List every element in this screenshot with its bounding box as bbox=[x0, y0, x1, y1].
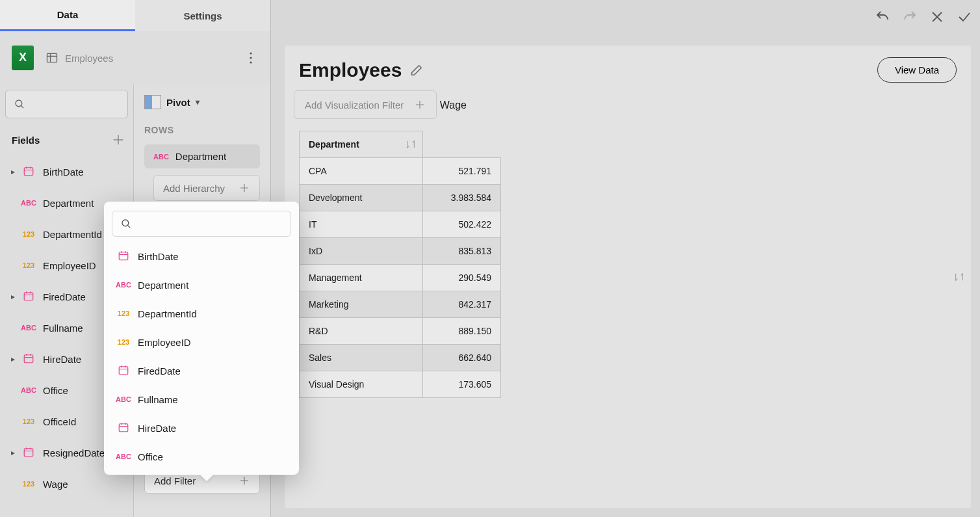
table-row[interactable]: Sales 662.640 bbox=[300, 345, 501, 371]
date-type-icon bbox=[114, 250, 133, 263]
cell-wage: 521.791 bbox=[423, 158, 501, 185]
picker-item-fireddate[interactable]: FiredDate bbox=[104, 356, 299, 385]
cell-wage: 662.640 bbox=[423, 345, 501, 371]
rows-section-label: ROWS bbox=[144, 125, 260, 135]
row-field-chip[interactable]: ABC Department bbox=[144, 144, 260, 168]
confirm-icon[interactable] bbox=[957, 9, 972, 25]
expand-icon[interactable]: ▸ bbox=[8, 167, 18, 176]
field-label: Office bbox=[43, 385, 68, 396]
redo-icon[interactable] bbox=[902, 9, 918, 25]
datasource-name: Employees bbox=[65, 53, 113, 64]
svg-point-2 bbox=[250, 57, 251, 59]
cell-department: Development bbox=[300, 185, 423, 211]
table-row[interactable]: Marketing 842.317 bbox=[300, 291, 501, 318]
picker-item-employeeid[interactable]: 123 EmployeeID bbox=[104, 328, 299, 356]
field-picker-popup: BirthDate ABC Department 123 DepartmentI… bbox=[104, 202, 299, 475]
fields-search-input[interactable] bbox=[5, 90, 128, 118]
cell-wage: 842.317 bbox=[423, 291, 501, 318]
field-label: Department bbox=[43, 198, 94, 209]
field-label: EmployeeID bbox=[43, 260, 96, 271]
add-hierarchy-button[interactable]: Add Hierarchy bbox=[153, 175, 260, 201]
add-field-icon[interactable] bbox=[111, 133, 125, 147]
field-label: OfficeId bbox=[43, 416, 76, 427]
number-type-icon: 123 bbox=[18, 261, 39, 269]
picker-item-department[interactable]: ABC Department bbox=[104, 271, 299, 299]
table-row[interactable]: IT 502.422 bbox=[300, 211, 501, 238]
sort-icon[interactable] bbox=[954, 272, 964, 282]
add-hierarchy-label: Add Hierarchy bbox=[163, 183, 225, 194]
number-type-icon: 123 bbox=[114, 338, 133, 346]
abc-type-icon: ABC bbox=[18, 199, 39, 207]
picker-item-label: Office bbox=[138, 451, 163, 462]
col-header-wage-label: Wage bbox=[440, 99, 467, 111]
date-type-icon bbox=[114, 364, 133, 377]
undo-icon[interactable] bbox=[875, 9, 890, 25]
cell-wage: 835.813 bbox=[423, 238, 501, 265]
viz-type-selector[interactable]: Pivot ▾ bbox=[144, 95, 260, 109]
tab-data[interactable]: Data bbox=[0, 0, 135, 31]
cell-wage: 502.422 bbox=[423, 211, 501, 238]
svg-point-4 bbox=[16, 100, 22, 107]
table-row[interactable]: IxD 835.813 bbox=[300, 238, 501, 265]
picker-search-text[interactable] bbox=[137, 218, 283, 230]
picker-item-fullname[interactable]: ABC Fullname bbox=[104, 385, 299, 414]
table-row[interactable]: CPA 521.791 bbox=[300, 158, 501, 185]
add-viz-filter-button[interactable]: Add Visualization Filter bbox=[294, 90, 437, 119]
edit-title-icon[interactable] bbox=[409, 63, 424, 77]
abc-type-icon: ABC bbox=[114, 281, 133, 289]
col-header-department[interactable]: Department bbox=[300, 131, 423, 158]
expand-icon[interactable]: ▸ bbox=[8, 448, 18, 457]
chevron-down-icon: ▾ bbox=[196, 98, 200, 107]
field-label: BirthDate bbox=[43, 166, 84, 178]
col-header-wage[interactable]: Wage bbox=[440, 99, 467, 111]
sort-icon[interactable] bbox=[406, 139, 416, 150]
table-row[interactable]: Development 3.983.584 bbox=[300, 185, 501, 211]
page-title: Employees bbox=[299, 59, 402, 81]
top-tabs: Data Settings bbox=[0, 0, 271, 31]
cell-department: IxD bbox=[300, 238, 423, 265]
abc-type-icon: ABC bbox=[18, 386, 39, 394]
cell-department: Marketing bbox=[300, 291, 423, 318]
expand-icon[interactable]: ▸ bbox=[8, 354, 18, 364]
fields-header: Fields bbox=[12, 135, 40, 146]
picker-item-label: Fullname bbox=[138, 394, 178, 405]
cell-department: Management bbox=[300, 265, 423, 291]
cell-department: CPA bbox=[300, 158, 423, 185]
cell-wage: 3.983.584 bbox=[423, 185, 501, 211]
table-row[interactable]: Management 290.549 bbox=[300, 265, 501, 291]
cell-wage: 290.549 bbox=[423, 265, 501, 291]
picker-item-office[interactable]: ABC Office bbox=[104, 442, 299, 471]
pivot-table: Department CPA 521.791 Development 3.983… bbox=[299, 131, 501, 398]
tab-settings[interactable]: Settings bbox=[135, 0, 270, 31]
svg-point-3 bbox=[250, 61, 251, 63]
cell-department: Sales bbox=[300, 345, 423, 371]
field-item-birthdate[interactable]: ▸ BirthDate bbox=[5, 156, 128, 187]
abc-type-icon: ABC bbox=[114, 453, 133, 460]
picker-search-input[interactable] bbox=[112, 211, 291, 237]
picker-item-birthdate[interactable]: BirthDate bbox=[104, 242, 299, 271]
more-icon[interactable] bbox=[243, 50, 259, 66]
cell-wage: 889.150 bbox=[423, 318, 501, 345]
field-label: HireDate bbox=[43, 354, 81, 365]
picker-item-departmentid[interactable]: 123 DepartmentId bbox=[104, 299, 299, 328]
editor-toolbar bbox=[875, 3, 972, 31]
date-type-icon bbox=[18, 165, 39, 178]
number-type-icon: 123 bbox=[18, 418, 39, 425]
table-row[interactable]: Visual Design 173.605 bbox=[300, 371, 501, 398]
cell-wage: 173.605 bbox=[423, 371, 501, 398]
picker-item-hiredate[interactable]: HireDate bbox=[104, 414, 299, 442]
number-type-icon: 123 bbox=[114, 310, 133, 317]
table-row[interactable]: R&D 889.150 bbox=[300, 318, 501, 345]
pivot-icon bbox=[144, 95, 161, 109]
picker-item-label: EmployeeID bbox=[138, 337, 191, 348]
table-icon bbox=[45, 51, 58, 64]
date-type-icon bbox=[114, 421, 133, 434]
picker-item-label: BirthDate bbox=[138, 251, 179, 262]
add-filter-label: Add Filter bbox=[154, 475, 196, 486]
close-icon[interactable] bbox=[929, 9, 945, 25]
view-data-button[interactable]: View Data bbox=[877, 57, 957, 83]
viz-type-label: Pivot bbox=[166, 97, 190, 108]
picker-item-label: Department bbox=[138, 280, 188, 291]
expand-icon[interactable]: ▸ bbox=[8, 292, 18, 301]
field-label: Fullname bbox=[43, 323, 83, 334]
